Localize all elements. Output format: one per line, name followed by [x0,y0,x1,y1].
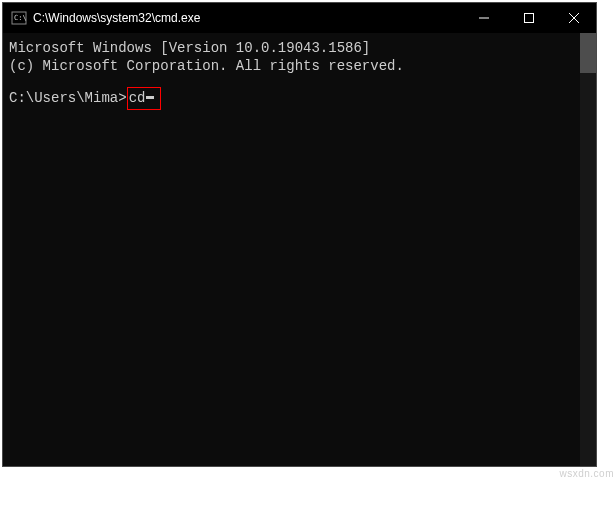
typed-command: cd [129,89,146,107]
scrollbar-thumb[interactable] [580,33,596,73]
minimize-button[interactable] [461,3,506,33]
svg-rect-3 [524,14,533,23]
scrollbar[interactable] [580,33,596,466]
terminal-body[interactable]: Microsoft Windows [Version 10.0.19043.15… [3,33,596,466]
prompt-line: C:\Users\Mima>cd [9,87,596,109]
terminal-output-line: Microsoft Windows [Version 10.0.19043.15… [9,39,596,57]
prompt-text: C:\Users\Mima> [9,89,127,107]
titlebar[interactable]: C:\ C:\Windows\system32\cmd.exe [3,3,596,33]
cursor-icon [146,96,154,99]
maximize-button[interactable] [506,3,551,33]
svg-text:C:\: C:\ [14,14,27,22]
window-controls [461,3,596,33]
command-highlight: cd [127,87,162,109]
watermark-text: wsxdn.com [559,468,614,479]
cmd-icon: C:\ [11,10,27,26]
window-title: C:\Windows\system32\cmd.exe [33,11,461,25]
cmd-window: C:\ C:\Windows\system32\cmd.exe Microsof… [2,2,597,467]
terminal-output-line: (c) Microsoft Corporation. All rights re… [9,57,596,75]
close-button[interactable] [551,3,596,33]
